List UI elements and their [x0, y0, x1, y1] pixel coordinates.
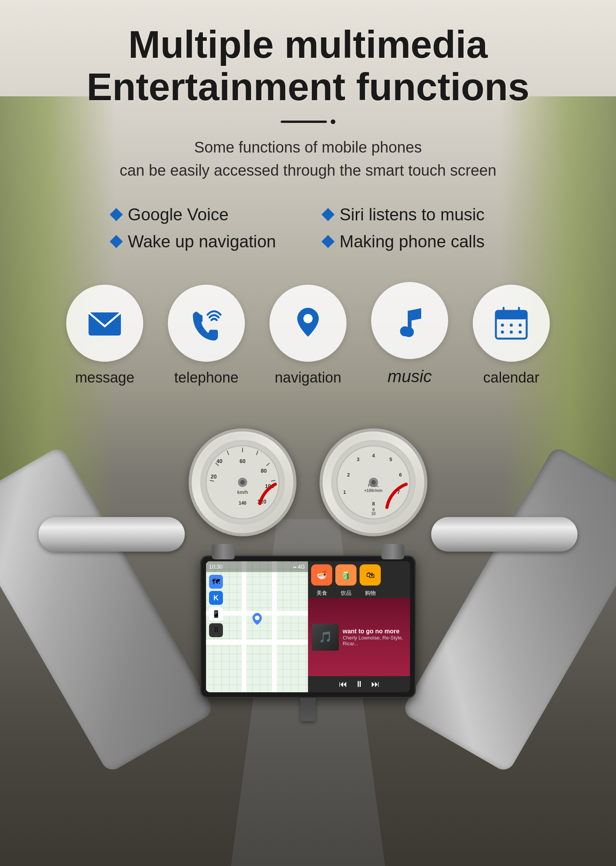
page-title: Multiple multimedia Entertainment functi… [31, 23, 585, 108]
feature-item-siri-music: Siri listens to music [323, 205, 504, 224]
status-bar: 10:30 ▪▪ 4G [206, 561, 308, 572]
device-body: 10:30 ▪▪ 4G 🗺 K [200, 556, 416, 698]
feature-item-wake-navigation: Wake up navigation [112, 232, 293, 251]
mount-arm-right [381, 544, 404, 559]
diamond-icon [110, 235, 123, 248]
map-road-v1 [242, 561, 246, 692]
feature-label-google-voice: Google Voice [128, 205, 229, 224]
svg-text:×100r/min: ×100r/min [365, 488, 383, 493]
divider-dot [331, 119, 335, 124]
app-label-shop: 购物 [360, 590, 381, 597]
feature-label-siri-music: Siri listens to music [340, 205, 485, 224]
app-icon-food[interactable]: 🍜 [311, 564, 332, 586]
status-signal: ▪▪ 4G [293, 564, 305, 570]
svg-text:km/h: km/h [237, 490, 248, 495]
app-labels-row: 美食 饮品 购物 [308, 589, 410, 598]
calendar-icon-circle [473, 285, 550, 362]
feature-label-wake-navigation: Wake up navigation [128, 232, 276, 251]
svg-point-47 [255, 616, 259, 620]
subtitle-line1: Some functions of mobile phones [194, 139, 422, 156]
feature-list: Google Voice Siri listens to music Wake … [96, 205, 520, 251]
svg-text:8: 8 [372, 501, 375, 507]
divider-line [281, 121, 327, 123]
mount-arm-left [212, 544, 235, 559]
pause-button[interactable]: ⏸ [355, 679, 363, 689]
grid-icon[interactable]: ⠿ [209, 623, 223, 637]
music-player: 🎵 want to go no more Cherly Lownoise, Re… [308, 598, 410, 676]
svg-point-13 [519, 331, 522, 334]
diamond-icon [321, 235, 335, 248]
svg-text:10: 10 [371, 512, 376, 516]
divider [31, 119, 585, 124]
song-info: want to go no more Cherly Lownoise, Re-S… [343, 628, 406, 646]
message-icon-circle [66, 285, 143, 362]
svg-point-11 [501, 331, 504, 334]
svg-text:20: 20 [211, 473, 217, 480]
rpm-gauge: 3 4 5 6 7 2 1 8 9 10 [320, 428, 427, 536]
feature-item-google-voice: Google Voice [112, 205, 293, 224]
device-screen: 10:30 ▪▪ 4G 🗺 K [206, 561, 410, 692]
feature-label-phone-calls: Making phone calls [340, 232, 485, 251]
player-controls: ⏮ ⏸ ⏭ [308, 676, 410, 692]
music-icon-circle [371, 282, 448, 359]
map-road-v2 [272, 561, 277, 692]
app-label-drinks: 饮品 [335, 590, 357, 597]
svg-point-12 [510, 331, 513, 334]
icon-item-message: message [66, 285, 143, 386]
device-section: 60 80 100 120 40 20 140 [31, 417, 585, 760]
map-road-h2 [206, 640, 308, 644]
feature-item-phone-calls: Making phone calls [323, 232, 504, 251]
svg-text:80: 80 [261, 468, 267, 474]
screen-map: 10:30 ▪▪ 4G 🗺 K [206, 561, 308, 692]
navigation-icon [289, 304, 327, 342]
app-icon-shop[interactable]: 🛍 [360, 564, 381, 586]
calendar-icon [492, 304, 531, 342]
svg-point-8 [501, 324, 504, 327]
icon-item-music: music [371, 282, 448, 386]
svg-text:3: 3 [357, 456, 359, 462]
carplay-icon[interactable]: 📱 [209, 607, 223, 621]
svg-text:5: 5 [389, 456, 392, 462]
smart-device: 10:30 ▪▪ 4G 🗺 K [200, 544, 416, 721]
song-artist: Cherly Lownoise, Re-Style, Ricar... [343, 635, 406, 646]
title-line2: Entertainment functions [87, 65, 529, 108]
svg-text:4: 4 [372, 453, 375, 458]
svg-text:FUEL: FUEL [368, 483, 379, 488]
svg-point-30 [240, 480, 245, 485]
svg-text:1: 1 [343, 489, 346, 495]
svg-point-9 [510, 324, 513, 327]
status-time: 10:30 [209, 564, 223, 570]
music-label: music [388, 367, 432, 386]
icon-item-telephone: telephone [168, 285, 245, 386]
svg-point-1 [303, 314, 313, 323]
gauge-cluster: 60 80 100 120 40 20 140 [77, 417, 539, 536]
speedometer-inner: 60 80 100 120 40 20 140 [200, 440, 285, 525]
telephone-label: telephone [174, 369, 239, 386]
map-pin-icon [251, 612, 263, 628]
svg-text:6: 6 [399, 472, 402, 478]
icons-row: message telephone [38, 282, 578, 386]
svg-text:60: 60 [239, 458, 246, 464]
rpm-inner: 3 4 5 6 7 2 1 8 9 10 [331, 440, 416, 525]
k-app-icon[interactable]: K [209, 591, 223, 605]
prev-button[interactable]: ⏮ [339, 679, 347, 689]
app-label-food: 美食 [311, 590, 332, 597]
speedometer-gauge: 60 80 100 120 40 20 140 [189, 428, 296, 536]
page-wrapper: Multiple multimedia Entertainment functi… [0, 0, 616, 866]
navigation-label: navigation [275, 369, 341, 386]
diamond-icon [110, 208, 123, 221]
message-icon [85, 304, 124, 342]
title-line1: Multiple multimedia [128, 23, 487, 66]
maps-app-icon[interactable]: 🗺 [209, 575, 223, 589]
song-title: want to go no more [343, 628, 406, 635]
svg-point-3 [404, 327, 414, 337]
map-app-icons: 🗺 K 📱 ⠿ [209, 575, 223, 637]
device-stem [300, 698, 316, 721]
svg-rect-5 [496, 311, 527, 319]
next-button[interactable]: ⏭ [371, 679, 380, 689]
telephone-icon [187, 304, 226, 342]
app-icon-drinks[interactable]: 🧃 [335, 564, 357, 586]
icon-item-calendar: calendar [473, 285, 550, 386]
icon-item-navigation: navigation [270, 285, 346, 386]
app-grid: 🍜 🧃 🛍 [308, 561, 410, 589]
